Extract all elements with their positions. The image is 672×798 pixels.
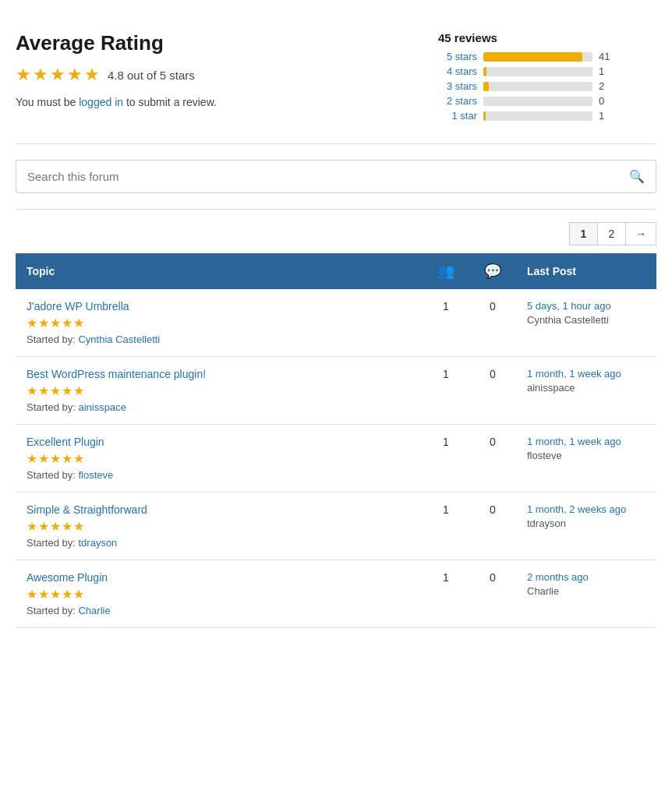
posts-icon: 💬 [484, 263, 501, 279]
table-row: Simple & Straightforward ★★★★★ Started b… [16, 493, 656, 560]
topic-star-1-2: ★ [50, 383, 61, 398]
lastpost-cell-3: 1 month, 2 weeks ago tdrayson [516, 493, 656, 560]
bar-fill-0 [483, 52, 582, 62]
bar-label-0[interactable]: 5 stars [438, 51, 477, 62]
last-post-author-4: Charlie [527, 585, 559, 597]
bar-fill-1 [483, 67, 486, 76]
lastpost-cell-1: 1 month, 1 week ago ainisspace [516, 357, 656, 425]
topic-title-0[interactable]: J'adore WP Umbrella [27, 300, 412, 312]
voices-cell-1: 1 [423, 357, 469, 425]
last-post-author-2: flosteve [527, 450, 562, 461]
star-2: ★ [33, 65, 48, 85]
bar-label-4[interactable]: 1 star [438, 110, 477, 122]
page-btn-1[interactable]: 2 [597, 222, 625, 245]
topic-author-2[interactable]: flosteve [78, 469, 113, 481]
bar-row: 1 star 1 [438, 110, 656, 122]
topic-star-2-0: ★ [27, 451, 37, 466]
bar-label-2[interactable]: 3 stars [438, 80, 477, 92]
posts-cell-2: 0 [469, 425, 516, 493]
table-row: J'adore WP Umbrella ★★★★★ Started by: Cy… [16, 289, 656, 357]
bar-track-2 [483, 82, 592, 91]
topic-star-2-3: ★ [62, 451, 73, 466]
search-input[interactable] [16, 161, 618, 192]
topic-star-4-0: ★ [27, 587, 37, 602]
bar-row: 3 stars 2 [438, 80, 656, 92]
rating-score: 4.8 out of 5 stars [108, 69, 195, 82]
topic-title-4[interactable]: Awesome Plugin [27, 571, 412, 584]
topic-title-3[interactable]: Simple & Straightforward [27, 503, 412, 516]
average-stars: ★ ★ ★ ★ ★ [16, 65, 100, 85]
star-3: ★ [50, 65, 65, 85]
topic-star-1-3: ★ [62, 383, 73, 398]
star-4: ★ [67, 65, 83, 85]
topic-cell-0: J'adore WP Umbrella ★★★★★ Started by: Cy… [16, 289, 423, 357]
bar-count-3: 0 [599, 95, 611, 107]
page-btn-2[interactable]: → [625, 222, 656, 245]
topic-star-3-4: ★ [73, 519, 84, 534]
bar-track-4 [483, 111, 592, 121]
topic-stars-1: ★★★★★ [27, 383, 412, 398]
topic-author-0[interactable]: Cynthia Castelletti [78, 334, 160, 345]
rating-title: Average Rating [16, 31, 407, 55]
topic-star-2-2: ★ [50, 451, 61, 466]
last-post-time-1: 1 month, 1 week ago [527, 368, 645, 380]
last-post-author-1: ainisspace [527, 382, 575, 394]
topic-star-4-4: ★ [73, 587, 84, 602]
last-post-author-0: Cynthia Castelletti [527, 314, 609, 326]
bar-count-1: 1 [599, 65, 611, 77]
search-box: 🔍 [16, 160, 656, 193]
bar-label-3[interactable]: 2 stars [438, 95, 477, 107]
topic-star-3-0: ★ [27, 519, 37, 534]
topic-cell-1: Best WordPress maintenance plugin! ★★★★★… [16, 357, 423, 425]
topic-star-2-1: ★ [38, 451, 49, 466]
bar-label-1[interactable]: 4 stars [438, 65, 477, 77]
topic-started-2: Started by: flosteve [27, 469, 113, 481]
table-row: Excellent Plugin ★★★★★ Started by: flost… [16, 425, 656, 493]
topic-title-2[interactable]: Excellent Plugin [27, 436, 412, 448]
topic-author-1[interactable]: ainisspace [78, 401, 126, 413]
bar-fill-2 [483, 82, 489, 91]
pagination: 12→ [569, 222, 656, 245]
lastpost-cell-4: 2 months ago Charlie [516, 560, 656, 628]
posts-cell-0: 0 [469, 289, 516, 357]
table-row: Best WordPress maintenance plugin! ★★★★★… [16, 357, 656, 425]
last-post-author-3: tdrayson [527, 517, 566, 529]
bar-count-0: 41 [599, 51, 611, 62]
topic-stars-0: ★★★★★ [27, 316, 412, 330]
topic-star-2-4: ★ [73, 451, 84, 466]
voices-cell-2: 1 [423, 425, 469, 493]
topic-star-0-3: ★ [62, 316, 73, 330]
topic-started-0: Started by: Cynthia Castelletti [27, 334, 160, 345]
voices-icon: 👥 [437, 263, 454, 279]
topic-cell-2: Excellent Plugin ★★★★★ Started by: flost… [16, 425, 423, 493]
star-5: ★ [84, 65, 100, 85]
voices-cell-3: 1 [423, 493, 469, 560]
topic-started-4: Started by: Charlie [27, 605, 111, 616]
topic-author-4[interactable]: Charlie [78, 605, 110, 616]
topic-star-0-1: ★ [38, 316, 49, 330]
login-link[interactable]: logged in [79, 96, 123, 108]
voices-cell-4: 1 [423, 560, 469, 628]
search-button[interactable]: 🔍 [618, 161, 656, 192]
topic-title-1[interactable]: Best WordPress maintenance plugin! [27, 368, 412, 380]
col-header-topic: Topic [16, 253, 423, 289]
topic-stars-4: ★★★★★ [27, 587, 412, 602]
topic-author-3[interactable]: tdrayson [78, 537, 117, 549]
bar-row: 4 stars 1 [438, 65, 656, 77]
reviews-count: 45 reviews [438, 31, 656, 44]
bar-count-2: 2 [599, 80, 611, 92]
topic-star-4-2: ★ [50, 587, 61, 602]
bar-track-1 [483, 67, 592, 76]
forum-table: Topic 👥 💬 Last Post J'adore WP Umbrella … [16, 253, 656, 628]
login-notice: You must be logged in to submit a review… [16, 96, 407, 108]
topic-star-1-0: ★ [27, 383, 37, 398]
last-post-time-3: 1 month, 2 weeks ago [527, 503, 645, 515]
star-1: ★ [16, 65, 31, 85]
table-body: J'adore WP Umbrella ★★★★★ Started by: Cy… [16, 289, 656, 628]
posts-cell-4: 0 [469, 560, 516, 628]
stars-row: ★ ★ ★ ★ ★ 4.8 out of 5 stars [16, 65, 407, 85]
topic-cell-3: Simple & Straightforward ★★★★★ Started b… [16, 493, 423, 560]
rating-left: Average Rating ★ ★ ★ ★ ★ 4.8 out of 5 st… [16, 31, 407, 125]
page-btn-0[interactable]: 1 [569, 222, 597, 245]
voices-cell-0: 1 [423, 289, 469, 357]
